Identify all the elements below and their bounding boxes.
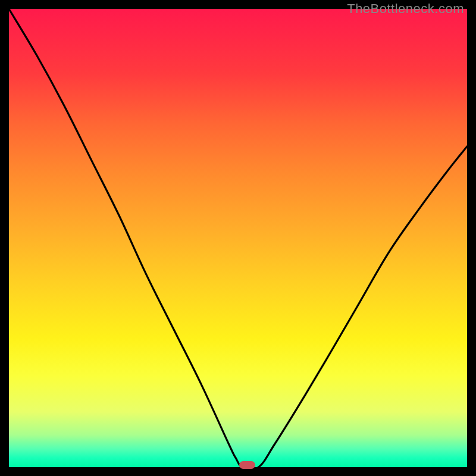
curve-svg <box>9 9 467 467</box>
watermark-text: TheBottleneck.com <box>347 1 464 17</box>
plot-gradient-area <box>9 9 467 467</box>
bottleneck-curve <box>9 9 467 467</box>
chart-outer-frame: TheBottleneck.com <box>0 0 476 476</box>
optimum-marker <box>239 461 255 469</box>
